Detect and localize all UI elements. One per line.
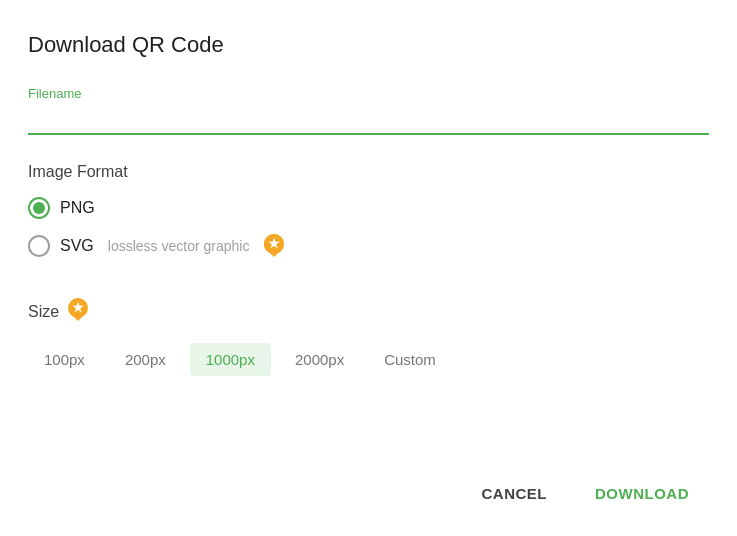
svg-marker-6 — [74, 317, 82, 321]
size-section: Size ★ 100px 200px 1000px 2000px Custom — [28, 297, 709, 376]
format-png-row[interactable]: PNG — [28, 197, 709, 219]
svg-premium-badge-icon: ★ — [263, 233, 285, 259]
image-format-section: Image Format PNG SVG lossless vector gra… — [28, 163, 709, 273]
format-svg-sublabel: lossless vector graphic — [108, 238, 250, 254]
format-svg-label: SVG — [60, 237, 94, 255]
format-png-radio[interactable] — [28, 197, 50, 219]
download-qr-dialog: Download QR Code Filename Image Format P… — [0, 0, 737, 536]
svg-marker-3 — [270, 253, 278, 257]
svg-text:★: ★ — [268, 236, 280, 251]
svg-text:★: ★ — [72, 300, 84, 315]
dialog-footer: CANCEL DOWNLOAD — [28, 463, 709, 512]
size-100px-button[interactable]: 100px — [28, 343, 101, 376]
filename-input[interactable] — [28, 107, 709, 135]
image-format-label: Image Format — [28, 163, 709, 181]
size-2000px-button[interactable]: 2000px — [279, 343, 360, 376]
filename-field-wrapper: Filename — [28, 86, 709, 135]
size-header: Size ★ — [28, 297, 709, 327]
dialog-title: Download QR Code — [28, 32, 709, 58]
format-svg-row[interactable]: SVG lossless vector graphic ★ — [28, 233, 709, 259]
filename-label: Filename — [28, 86, 709, 101]
format-svg-radio[interactable] — [28, 235, 50, 257]
format-png-label: PNG — [60, 199, 95, 217]
size-200px-button[interactable]: 200px — [109, 343, 182, 376]
size-1000px-button[interactable]: 1000px — [190, 343, 271, 376]
size-custom-button[interactable]: Custom — [368, 343, 452, 376]
size-premium-badge-icon: ★ — [67, 297, 89, 327]
cancel-button[interactable]: CANCEL — [462, 475, 568, 512]
size-options: 100px 200px 1000px 2000px Custom — [28, 343, 709, 376]
download-button[interactable]: DOWNLOAD — [575, 475, 709, 512]
size-label: Size — [28, 303, 59, 321]
